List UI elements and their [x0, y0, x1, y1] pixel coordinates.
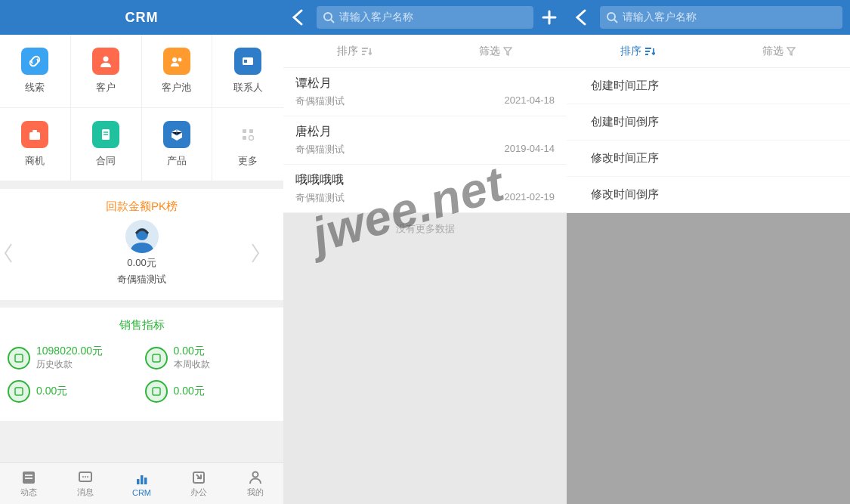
sort-option[interactable]: 创建时间倒序 [567, 104, 850, 141]
leads-icon [21, 48, 48, 75]
customer-row[interactable]: 哦哦哦哦 奇偶猫测试 2021-02-19 [283, 165, 567, 213]
module-label: 商机 [25, 154, 45, 168]
filter-button[interactable]: 筛选 [709, 35, 851, 67]
svg-rect-19 [23, 472, 35, 484]
module-contracts[interactable]: 合同 [71, 108, 142, 181]
filter-icon [787, 47, 796, 56]
module-grid: 线索 客户 客户池 联系人 商机 合同 产品 更多 [0, 35, 283, 181]
svg-rect-16 [153, 354, 160, 362]
sort-button-active[interactable]: 排序 [567, 35, 709, 67]
module-contacts[interactable]: 联系人 [212, 35, 283, 108]
module-opportunities[interactable]: 商机 [0, 108, 71, 181]
search-input[interactable]: 请输入客户名称 [317, 6, 533, 29]
metric-item: 0.00元 本周收款 [142, 340, 280, 376]
search-header: 请输入客户名称 [283, 0, 567, 35]
module-more[interactable]: 更多 [212, 108, 283, 181]
module-leads[interactable]: 线索 [0, 35, 71, 108]
customer-name: 哦哦哦哦 [295, 172, 555, 188]
sort-filter-bar: 排序 筛选 [567, 35, 850, 68]
module-label: 产品 [167, 154, 187, 168]
module-label: 联系人 [233, 81, 263, 94]
svg-rect-12 [243, 136, 246, 140]
module-products[interactable]: 产品 [142, 108, 213, 181]
svg-point-13 [249, 136, 254, 141]
sort-button[interactable]: 排序 [283, 35, 425, 67]
svg-rect-26 [137, 479, 140, 484]
sort-icon [644, 47, 655, 56]
pk-name: 奇偶猫测试 [117, 273, 166, 286]
customer-date: 2021-02-19 [505, 191, 555, 205]
module-customers[interactable]: 客户 [71, 35, 142, 108]
add-button[interactable] [541, 9, 559, 26]
metric-icon [8, 380, 30, 403]
svg-point-25 [87, 476, 88, 478]
pk-next-arrow[interactable] [250, 243, 280, 264]
sort-options-list: 创建时间正序创建时间倒序修改时间正序修改时间倒序 [567, 68, 850, 213]
pk-prev-arrow[interactable] [3, 243, 33, 264]
customer-sub: 奇偶猫测试 [295, 94, 345, 108]
metric-label: 历史收款 [36, 358, 103, 371]
list-end-text: 没有更多数据 [283, 213, 567, 245]
contracts-icon [92, 121, 119, 148]
tab-label: 消息 [77, 487, 94, 498]
tab-feed[interactable]: 动态 [0, 463, 57, 504]
svg-point-30 [252, 472, 258, 478]
feed-icon [20, 469, 37, 486]
svg-rect-5 [29, 132, 40, 140]
tab-label: 办公 [190, 487, 207, 498]
module-label: 更多 [238, 154, 258, 168]
metric-icon [145, 380, 168, 403]
metric-icon [145, 347, 168, 369]
metric-icon [8, 347, 30, 369]
tab-msg[interactable]: 消息 [57, 463, 113, 504]
svg-rect-6 [32, 130, 37, 132]
chevron-right-icon [250, 243, 261, 264]
filter-button[interactable]: 筛选 [425, 35, 567, 67]
sales-title: 销售指标 [0, 318, 283, 332]
svg-rect-18 [153, 388, 160, 395]
customer-date: 2019-04-14 [505, 143, 555, 156]
mine-icon [247, 469, 264, 486]
metric-value: 0.00元 [174, 385, 205, 398]
pk-avatar [125, 220, 159, 253]
customers-icon [92, 48, 119, 75]
customer-row[interactable]: 谭松月 奇偶猫测试 2021-04-18 [283, 68, 567, 116]
svg-rect-11 [249, 129, 253, 133]
search-icon [323, 11, 335, 23]
sales-card: 销售指标 1098020.00元 历史收款 0.00元 本周收款 0.00元 [0, 308, 283, 421]
tab-crm[interactable]: CRM [113, 463, 170, 504]
metric-label: 本周收款 [174, 358, 210, 371]
search-placeholder: 请输入客户名称 [623, 11, 697, 24]
customer-row[interactable]: 唐松月 奇偶猫测试 2019-04-14 [283, 116, 567, 165]
chevron-left-icon [574, 9, 588, 26]
sort-option[interactable]: 修改时间倒序 [567, 177, 850, 213]
customer-name: 唐松月 [295, 124, 555, 140]
svg-point-24 [85, 476, 86, 478]
contacts-icon [234, 48, 261, 75]
customer-date: 2021-04-18 [505, 94, 555, 108]
avatar-icon [127, 223, 157, 253]
app-title: CRM [0, 0, 283, 35]
svg-rect-4 [244, 60, 247, 63]
sort-option[interactable]: 创建时间正序 [567, 68, 850, 104]
tab-office[interactable]: 办公 [170, 463, 227, 504]
msg-icon [77, 469, 94, 486]
module-customer-pool[interactable]: 客户池 [142, 35, 213, 108]
search-icon [606, 11, 618, 23]
tab-label: 动态 [20, 487, 37, 498]
customer-list-pane: 请输入客户名称 排序 筛选 谭松月 奇偶猫测试 2021-04-18 唐松月 [283, 0, 567, 504]
pk-card: 回款金额PK榜 0.00元 奇偶猫测试 [0, 189, 283, 300]
tab-mine[interactable]: 我的 [227, 463, 283, 504]
svg-point-2 [178, 58, 181, 62]
pk-title: 回款金额PK榜 [0, 199, 283, 214]
metric-value: 0.00元 [36, 385, 67, 398]
customer-name: 谭松月 [295, 76, 555, 91]
back-button[interactable] [291, 9, 309, 26]
back-button[interactable] [574, 9, 592, 26]
more-icon [234, 121, 261, 148]
sort-option[interactable]: 修改时间正序 [567, 141, 850, 177]
search-input[interactable]: 请输入客户名称 [600, 6, 842, 29]
metric-item: 0.00元 [142, 376, 280, 407]
crm-pane: CRM 线索 客户 客户池 联系人 商机 合同 产品 更多 回款金额PK榜 [0, 0, 283, 504]
module-label: 客户 [96, 81, 116, 94]
